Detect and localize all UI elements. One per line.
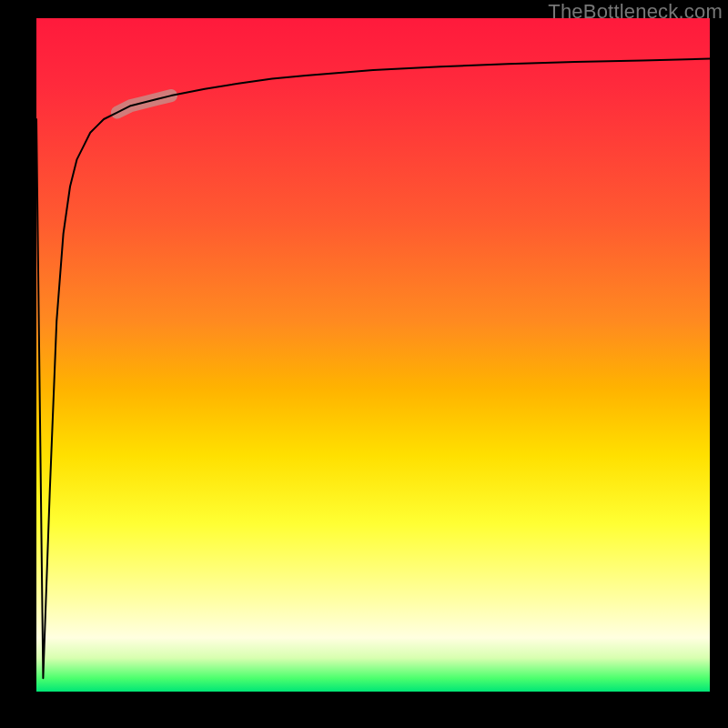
bottleneck-curve [36,58,710,678]
chart-frame: TheBottleneck.com [0,0,728,728]
chart-svg [36,18,710,692]
